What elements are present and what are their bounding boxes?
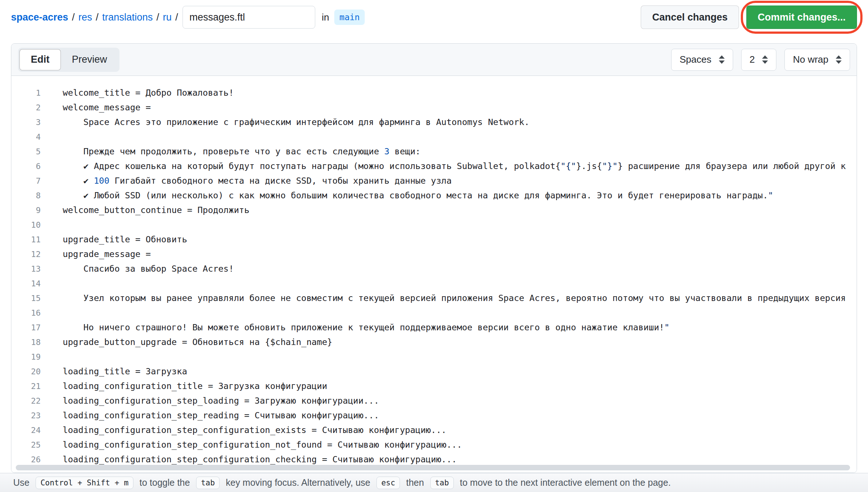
footer-text: to move to the next interactive element … — [457, 477, 671, 488]
line-content[interactable]: upgrade_title = Обновить — [63, 234, 187, 245]
code-line: 3 Space Acres это приложение с графическ… — [11, 115, 857, 129]
edit-preview-segmented-control: EditPreview — [18, 48, 119, 72]
indent-size-select[interactable]: 2 — [741, 49, 776, 71]
breadcrumb-link-ru[interactable]: ru — [163, 12, 172, 23]
code-line: 12upgrade_message = — [11, 247, 857, 261]
line-content[interactable]: loading_configuration_step_configuration… — [63, 440, 462, 450]
tab-edit[interactable]: Edit — [19, 49, 61, 70]
code-line: 14 — [11, 276, 857, 291]
caret-down-icon — [719, 60, 725, 64]
line-number: 14 — [11, 279, 41, 288]
line-number: 4 — [11, 132, 41, 142]
code-token: welcome_button_continue = Продолжить — [63, 205, 249, 215]
line-content[interactable]: loading_configuration_step_configuration… — [63, 454, 457, 465]
breadcrumb-link-translations[interactable]: translations — [102, 12, 153, 23]
line-content[interactable]: welcome_message = — [63, 102, 151, 113]
line-content[interactable]: ✔ Адрес кошелька на который будут поступ… — [63, 161, 846, 171]
code-token: upgrade_button_upgrade = Обновиться на {… — [63, 337, 332, 347]
code-token: loading_configuration_step_configuration… — [63, 425, 446, 435]
code-line: 10 — [11, 217, 857, 232]
code-line: 22loading_configuration_step_loading = З… — [11, 393, 857, 408]
line-content[interactable]: welcome_button_continue = Продолжить — [63, 205, 249, 215]
code-line: 23loading_configuration_step_reading = С… — [11, 408, 857, 423]
line-content[interactable]: ✔ Любой SSD (или несколько) с как можно … — [63, 190, 773, 201]
line-number: 21 — [11, 382, 41, 391]
kbd-control-shift-m: Control + Shift + m — [36, 477, 133, 489]
code-line: 8 ✔ Любой SSD (или несколько) с как можн… — [11, 188, 857, 203]
commit-button-wrapper: Commit changes... — [746, 5, 857, 29]
cancel-changes-button[interactable]: Cancel changes — [641, 5, 739, 29]
code-editor[interactable]: 1welcome_title = Добро Пожаловать!2welco… — [11, 76, 857, 473]
code-token: welcome_message = — [63, 102, 151, 113]
line-number: 2 — [11, 103, 41, 112]
line-number: 8 — [11, 191, 41, 200]
code-lines: 1welcome_title = Добро Пожаловать!2welco… — [11, 85, 857, 467]
caret-up-icon — [762, 55, 768, 59]
caret-up-icon — [719, 55, 725, 59]
editor-toolbar: EditPreview Spaces2No wrap — [11, 44, 857, 76]
caret-up-icon — [836, 55, 842, 59]
line-content[interactable]: Space Acres это приложение с графическим… — [63, 117, 529, 127]
code-token: " — [664, 322, 669, 333]
line-number: 22 — [11, 396, 41, 405]
code-line: 9welcome_button_continue = Продолжить — [11, 203, 857, 217]
kbd-esc: esc — [376, 477, 400, 489]
wrap-mode-select[interactable]: No wrap — [784, 49, 850, 71]
kbd-tab: tab — [196, 477, 220, 489]
footer-text: key moving focus. Alternatively, use — [223, 477, 373, 488]
line-content[interactable]: ✔ 100 Гигабайт свободного места на диске… — [63, 176, 452, 186]
tab-preview[interactable]: Preview — [61, 49, 118, 70]
code-line: 7 ✔ 100 Гигабайт свободного места на дис… — [11, 173, 857, 188]
line-content[interactable]: loading_configuration_step_configuration… — [63, 425, 446, 435]
line-number: 12 — [11, 250, 41, 259]
line-content[interactable]: loading_configuration_title = Загрузка к… — [63, 381, 327, 391]
branch-badge[interactable]: main — [334, 10, 365, 25]
code-token: Спасибо за выбор Space Acres! — [63, 264, 234, 274]
breadcrumb-separator: / — [72, 12, 75, 23]
code-line: 13 Спасибо за выбор Space Acres! — [11, 261, 857, 276]
line-number: 17 — [11, 323, 41, 332]
line-content[interactable]: Прежде чем продолжить, проверьте что у в… — [63, 146, 420, 157]
line-content[interactable]: Спасибо за выбор Space Acres! — [63, 264, 234, 274]
code-line: 20loading_title = Загрузка — [11, 364, 857, 379]
line-content[interactable]: loading_title = Загрузка — [63, 366, 187, 377]
code-line: 19 — [11, 349, 857, 364]
indent-mode-select[interactable]: Spaces — [671, 49, 733, 71]
breadcrumb-link-res[interactable]: res — [78, 12, 92, 23]
line-number: 6 — [11, 162, 41, 171]
code-line: 26loading_configuration_step_configurati… — [11, 452, 857, 467]
code-token: вещи: — [389, 146, 420, 157]
filename-input[interactable] — [183, 6, 315, 29]
code-token: welcome_title = Добро Пожаловать! — [63, 88, 234, 98]
line-number: 24 — [11, 426, 41, 435]
code-token: ✔ Любой SSD (или несколько) с как можно … — [63, 190, 768, 201]
horizontal-scrollbar[interactable] — [16, 465, 850, 470]
line-number: 19 — [11, 352, 41, 361]
line-number: 5 — [11, 147, 41, 156]
accessibility-hint-bar: Use Control + Shift + m to toggle the ta… — [0, 473, 868, 492]
line-content[interactable]: loading_configuration_step_reading = Счи… — [63, 410, 379, 421]
code-token: } расширение для браузера или любой друг… — [618, 161, 846, 171]
caret-down-icon — [762, 60, 768, 64]
commit-changes-button[interactable]: Commit changes... — [746, 5, 857, 29]
line-content[interactable]: Узел которым вы ранее управляли более не… — [63, 293, 846, 303]
line-content[interactable]: Но ничего страшного! Вы можете обновить … — [63, 322, 669, 333]
line-content[interactable]: upgrade_message = — [63, 249, 151, 259]
footer-text: to toggle the — [137, 477, 193, 488]
breadcrumb-repo-link[interactable]: space-acres — [11, 12, 68, 23]
code-line: 15 Узел которым вы ранее управляли более… — [11, 291, 857, 305]
code-line: 25loading_configuration_step_configurati… — [11, 437, 857, 452]
breadcrumb-separator: / — [157, 12, 159, 23]
breadcrumb-segments: /res/translations/ru/ — [68, 12, 182, 23]
line-number: 10 — [11, 220, 41, 230]
kbd-tab: tab — [430, 477, 454, 489]
code-token: Но ничего страшного! Вы можете обновить … — [63, 322, 664, 333]
indent-size-value: 2 — [750, 54, 755, 65]
line-content[interactable]: welcome_title = Добро Пожаловать! — [63, 88, 234, 98]
updown-arrows-icon — [836, 55, 842, 64]
code-line: 17 Но ничего страшного! Вы можете обнови… — [11, 320, 857, 335]
line-number: 20 — [11, 367, 41, 376]
code-token: upgrade_title = Обновить — [63, 234, 187, 245]
line-content[interactable]: loading_configuration_step_loading = Заг… — [63, 396, 379, 406]
line-content[interactable]: upgrade_button_upgrade = Обновиться на {… — [63, 337, 332, 347]
